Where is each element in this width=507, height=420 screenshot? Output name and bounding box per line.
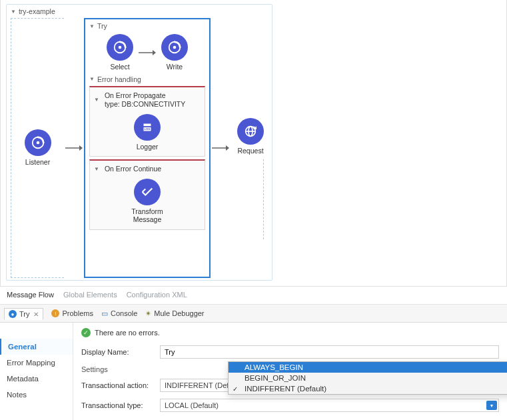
tab-try-label: Try xyxy=(19,310,29,318)
tab-problems[interactable]: ! Problems xyxy=(51,309,93,317)
logger-icon: LOG xyxy=(134,114,161,141)
svg-point-1 xyxy=(36,141,39,145)
select-icon xyxy=(107,34,133,61)
write-icon xyxy=(161,34,188,61)
flow-continuation-line xyxy=(263,159,264,239)
on-error-propagate[interactable]: ▼ On Error Propagate type: DB:CONNECTIVI… xyxy=(89,86,205,157)
console-icon: ▭ xyxy=(101,309,108,318)
error-handling-label: Error handling xyxy=(97,75,141,83)
tab-console-label: Console xyxy=(111,309,137,317)
listener-component[interactable]: Listener xyxy=(25,129,51,167)
chevron-down-icon: ▼ xyxy=(89,76,95,82)
logger-label: Logger xyxy=(137,143,159,151)
chevron-down-icon: ▼ xyxy=(11,9,16,15)
tab-global-elements[interactable]: Global Elements xyxy=(63,291,117,299)
flow-header[interactable]: ▼ try-example xyxy=(11,7,268,15)
select-label: Select xyxy=(110,63,129,71)
close-icon[interactable]: ✕ xyxy=(33,311,39,318)
request-label: Request xyxy=(237,147,263,155)
tab-message-flow[interactable]: Message Flow xyxy=(7,291,54,299)
option-begin-or-join[interactable]: BEGIN_OR_JOIN xyxy=(229,373,507,383)
svg-point-7 xyxy=(173,46,177,49)
request-icon xyxy=(237,118,264,145)
target-lane: Request xyxy=(231,18,264,278)
status-text: There are no errors. xyxy=(95,329,160,337)
try-tab-icon: ● xyxy=(9,310,17,318)
lower-tab-bar: ● Try ✕ ! Problems ▭ Console ✴ Mule Debu… xyxy=(0,305,507,323)
flow-try-example[interactable]: ▼ try-example Listener ▼ Try xyxy=(6,4,272,281)
on-error-continue[interactable]: ▼ On Error Continue Transform Message xyxy=(89,159,205,229)
try-label: Try xyxy=(97,22,107,30)
tab-mule-debugger[interactable]: ✴ Mule Debugger xyxy=(145,309,204,318)
on-error-propagate-title: On Error Propagate type: DB:CONNECTIVITY xyxy=(105,91,185,109)
flow-name: try-example xyxy=(19,7,55,15)
tab-configuration-xml[interactable]: Configuration XML xyxy=(127,291,187,299)
tab-try[interactable]: ● Try ✕ xyxy=(4,308,43,320)
tab-problems-label: Problems xyxy=(62,309,93,317)
chevron-down-icon: ▾ xyxy=(486,401,497,410)
svg-point-4 xyxy=(119,46,122,49)
tx-type-value: LOCAL (Default) xyxy=(165,401,219,409)
chevron-down-icon: ▼ xyxy=(89,23,95,29)
nav-error-mapping[interactable]: Error Mapping xyxy=(0,355,73,371)
ok-icon: ✓ xyxy=(81,328,91,337)
try-header[interactable]: ▼ Try xyxy=(89,22,205,30)
logger-component[interactable]: LOG Logger xyxy=(134,114,161,151)
transform-icon xyxy=(134,179,161,205)
svg-text:LOG: LOG xyxy=(145,127,151,131)
status-row: ✓ There are no errors. xyxy=(81,328,499,337)
check-icon: ✓ xyxy=(233,385,238,393)
warning-icon: ! xyxy=(51,309,59,317)
flow-canvas[interactable]: ▼ try-example Listener ▼ Try xyxy=(0,0,507,287)
write-label: Write xyxy=(167,63,183,71)
listener-icon xyxy=(25,129,51,156)
nav-notes[interactable]: Notes xyxy=(0,387,73,403)
error-handling-header[interactable]: ▼ Error handling xyxy=(89,75,205,83)
editor-bottom-tabs: Message Flow Global Elements Configurati… xyxy=(0,287,507,304)
tab-console[interactable]: ▭ Console xyxy=(101,309,137,318)
properties-side-nav: General Error Mapping Metadata Notes xyxy=(0,323,73,420)
chevron-down-icon: ▼ xyxy=(94,166,99,172)
arrow-icon xyxy=(211,142,231,154)
arrow-icon xyxy=(137,47,157,59)
chevron-down-icon: ▼ xyxy=(94,97,99,103)
tab-debugger-label: Mule Debugger xyxy=(154,309,204,317)
properties-panel: ● Try ✕ ! Problems ▭ Console ✴ Mule Debu… xyxy=(0,304,507,420)
on-error-continue-title: On Error Continue xyxy=(105,165,161,173)
tx-action-label: Transactional action: xyxy=(81,381,155,389)
transform-label: Transform Message xyxy=(131,208,163,223)
display-name-input[interactable] xyxy=(160,345,499,359)
request-component[interactable]: Request xyxy=(237,118,264,155)
tx-type-label: Transactional type: xyxy=(81,401,155,409)
svg-rect-8 xyxy=(144,123,151,126)
transform-component[interactable]: Transform Message xyxy=(131,179,163,223)
arrow-icon xyxy=(64,142,84,154)
nav-general[interactable]: General xyxy=(0,339,73,355)
tx-type-select[interactable]: LOCAL (Default) ▾ xyxy=(160,399,499,412)
try-scope[interactable]: ▼ Try Select xyxy=(84,18,211,278)
general-form: ✓ There are no errors. Display Name: Set… xyxy=(73,323,507,420)
option-always-begin[interactable]: ALWAYS_BEGIN xyxy=(229,362,507,373)
tx-action-dropdown: ALWAYS_BEGIN BEGIN_OR_JOIN ✓INDIFFERENT … xyxy=(228,361,507,395)
write-component[interactable]: Write xyxy=(161,34,188,71)
bug-icon: ✴ xyxy=(145,309,151,318)
display-name-label: Display Name: xyxy=(81,348,155,356)
source-lane: Listener xyxy=(11,18,64,278)
nav-metadata[interactable]: Metadata xyxy=(0,371,73,387)
select-component[interactable]: Select xyxy=(107,34,133,71)
option-indifferent[interactable]: ✓INDIFFERENT (Default) xyxy=(229,383,507,394)
listener-label: Listener xyxy=(25,159,50,167)
